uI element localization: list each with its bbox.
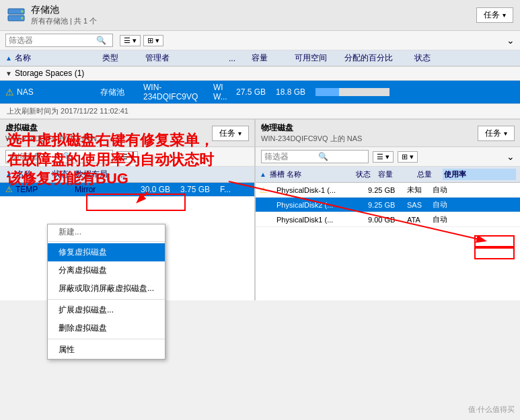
col-pct-header[interactable]: 分配的百分比: [344, 52, 412, 64]
vd-title-group: 虚拟磁盘 WIN-234DQIFC9VQ 上的 N...: [5, 122, 103, 144]
bottom-split: 虚拟磁盘 WIN-234DQIFC9VQ 上的 N... 任务 ▾ 🔍 ☰ ▾ …: [0, 119, 520, 300]
vd-task-button[interactable]: 任务 ▾: [212, 126, 249, 141]
pd-expand-button[interactable]: ⌄: [507, 151, 515, 162]
pd-usage-2: 自动: [433, 214, 516, 224]
pd-name-0: PhysicalDisk-1 (...: [276, 186, 344, 194]
pd-name-1: PhysicalDisk2 (...: [276, 201, 344, 209]
nas-row[interactable]: ⚠ NAS 存储池 WIN-234DQIFC9VQ WI W... 27.5 G…: [0, 81, 520, 104]
nas-available: 18.8 GB: [276, 87, 313, 97]
pd-row-0[interactable]: ⚠ PhysicalDisk-1 (... 9.25 GB 未知 自动: [256, 183, 520, 198]
pd-filter-bar: 🔍 ☰ ▾ ⊞ ▾ ⌄: [256, 147, 520, 167]
expand-button[interactable]: ⌄: [507, 35, 515, 46]
header-text: 存储池 所有存储池 | 共 1 个: [31, 4, 97, 26]
vd-title-bar: 虚拟磁盘 WIN-234DQIFC9VQ 上的 N... 任务 ▾: [0, 120, 254, 147]
ctx-hide-item[interactable]: 屏蔽或取消屏蔽虚拟磁盘...: [48, 280, 165, 298]
vd-name: TEMP: [15, 185, 49, 194]
vd-col-dots-header: ...: [118, 170, 139, 179]
col-cap-header[interactable]: 容量: [252, 52, 292, 64]
timestamp: 上次刷新时间为 2017/11/22 11:02:41: [0, 104, 520, 119]
view-list-button[interactable]: ☰ ▾: [120, 35, 141, 46]
pd-search-input[interactable]: [264, 152, 318, 161]
pd-col-name-header[interactable]: 名称: [287, 169, 354, 179]
pd-task-label: 任务: [485, 128, 501, 139]
vd-layout: Mirror: [75, 185, 115, 194]
pd-title-group: 物理磁盘 WIN-234DQIFC9VQ 上的 NAS: [261, 122, 362, 144]
pd-usage-1: 自动: [433, 200, 516, 210]
svg-point-2: [21, 10, 24, 13]
col-status-header[interactable]: 状态: [414, 52, 455, 64]
vd-size: 30.0 GB: [141, 185, 178, 194]
top-header: 存储池 所有存储池 | 共 1 个 任务 ▾: [0, 0, 520, 31]
group-button[interactable]: ⊞ ▾: [143, 35, 163, 46]
search-icon: 🔍: [96, 36, 106, 45]
ctx-new-header: 新建...: [48, 224, 165, 240]
vd-col-name-header[interactable]: 名称: [16, 169, 50, 180]
pd-cap-1: 9.25 GB: [368, 201, 405, 209]
pd-view-button[interactable]: ☰ ▾: [373, 151, 394, 163]
col-name-header: ▲ 名称: [5, 52, 100, 64]
pd-search-box[interactable]: 🔍: [261, 150, 369, 163]
page-subtitle: 所有存储池 | 共 1 个: [31, 16, 97, 26]
progress-bar-fill: [315, 88, 339, 96]
pd-col-cap-header[interactable]: 容量: [378, 169, 415, 179]
pd-col-num-header[interactable]: 播槽: [270, 169, 285, 179]
pd-cap-2: 9.00 GB: [368, 216, 405, 224]
search-input[interactable]: [9, 36, 96, 45]
col-mgr-header[interactable]: 管理者: [145, 52, 226, 64]
timestamp-text: 上次刷新时间为 2017/11/22 11:02:41: [7, 107, 128, 115]
sort-icon: ▲: [5, 54, 12, 62]
col-avail-header[interactable]: 可用空间: [295, 52, 342, 64]
pd-search-icon: 🔍: [318, 152, 328, 161]
vd-view-button[interactable]: ☰ ▾: [117, 151, 138, 163]
vd-col-layout-header[interactable]: 数据布局: [75, 169, 116, 180]
ctx-new-label: 新建...: [59, 227, 81, 237]
pd-row-1[interactable]: PhysicalDisk2 (... 9.25 GB SAS 自动: [256, 198, 520, 212]
vd-col-status-header[interactable]: 状态: [52, 169, 73, 180]
ctx-expand-label: 扩展虚拟磁盘...: [59, 305, 114, 314]
header-right: 任务 ▾: [476, 7, 513, 23]
col-dots-header: ...: [229, 54, 249, 63]
vd-sort-icon: ▲: [5, 171, 12, 178]
pd-group-button[interactable]: ⊞ ▾: [398, 151, 418, 163]
pd-col-status-header[interactable]: 状态: [356, 169, 376, 179]
watermark: 值·什么值得买: [468, 405, 515, 415]
ctx-detach-item[interactable]: 分离虚拟磁盘: [48, 261, 165, 280]
app-icon: [7, 6, 26, 25]
ctx-expand-item[interactable]: 扩展虚拟磁盘...: [48, 301, 165, 319]
vd-panel-title: 虚拟磁盘: [5, 122, 103, 134]
pd-col-bus-header[interactable]: 总量: [417, 169, 441, 179]
physical-disks-panel: 物理磁盘 WIN-234DQIFC9VQ 上的 NAS 任务 ▾ 🔍 ☰ ▾ ⊞…: [256, 120, 520, 300]
col-type-header[interactable]: 类型: [102, 52, 143, 64]
svg-point-3: [21, 17, 24, 19]
virtual-disks-panel: 虚拟磁盘 WIN-234DQIFC9VQ 上的 N... 任务 ▾ 🔍 ☰ ▾ …: [0, 120, 256, 300]
vd-table-header: ▲ 名称 状态 数据布局 ...: [0, 167, 254, 183]
vd-search-box[interactable]: 🔍: [5, 150, 113, 163]
pd-title-bar: 物理磁盘 WIN-234DQIFC9VQ 上的 NAS 任务 ▾: [256, 120, 520, 147]
temp-vd-row[interactable]: ⚠ TEMP Mirror 30.0 GB 3.75 GB F...: [0, 183, 254, 197]
vd-search-input[interactable]: [9, 152, 63, 161]
pd-cap-0: 9.25 GB: [368, 186, 405, 194]
ctx-delete-item[interactable]: 删除虚拟磁盘: [48, 319, 165, 337]
ctx-detach-label: 分离虚拟磁盘: [59, 265, 107, 275]
search-box[interactable]: 🔍: [5, 34, 113, 47]
pd-task-button[interactable]: 任务 ▾: [478, 126, 515, 141]
vd-pct: F...: [220, 185, 249, 194]
pd-col-usage-header[interactable]: 使用率: [443, 169, 516, 180]
ctx-hide-label: 屏蔽或取消屏蔽虚拟磁盘...: [59, 284, 154, 293]
vd-task-label: 任务: [219, 128, 235, 139]
pd-sort-icon: ▲: [260, 171, 266, 178]
ctx-delete-label: 删除虚拟磁盘: [59, 323, 107, 333]
pd-row-2[interactable]: PhysicalDisk1 (... 9.00 GB ATA 自动: [256, 212, 520, 227]
task-button[interactable]: 任务 ▾: [476, 7, 513, 23]
nas-mgr2: WI W...: [213, 83, 233, 101]
pd-warn-icon-0: ⚠: [260, 185, 274, 195]
ctx-properties-item[interactable]: 属性: [48, 341, 165, 359]
vd-search-icon: 🔍: [63, 152, 73, 161]
ctx-separator-1: [48, 241, 165, 242]
task-label: 任务: [484, 9, 500, 21]
ctx-repair-item[interactable]: 修复虚拟磁盘: [48, 243, 165, 261]
pd-chevron-icon: ▾: [504, 130, 507, 137]
nas-capacity: 27.5 GB: [236, 87, 273, 97]
ctx-repair-label: 修复虚拟磁盘: [59, 247, 107, 257]
pd-bus-0: 未知: [407, 185, 431, 195]
